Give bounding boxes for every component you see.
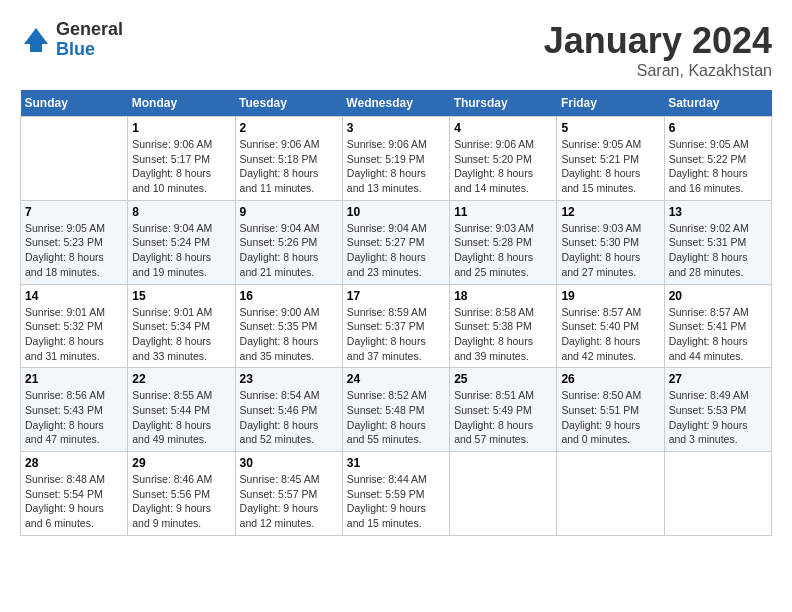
day-number: 2 bbox=[240, 121, 338, 135]
day-info: Sunrise: 9:00 AMSunset: 5:35 PMDaylight:… bbox=[240, 305, 338, 364]
day-number: 29 bbox=[132, 456, 230, 470]
calendar-cell: 28Sunrise: 8:48 AMSunset: 5:54 PMDayligh… bbox=[21, 452, 128, 536]
calendar-cell: 21Sunrise: 8:56 AMSunset: 5:43 PMDayligh… bbox=[21, 368, 128, 452]
logo-general: General bbox=[56, 20, 123, 40]
weekday-header-wednesday: Wednesday bbox=[342, 90, 449, 117]
day-info: Sunrise: 9:05 AMSunset: 5:23 PMDaylight:… bbox=[25, 221, 123, 280]
day-number: 3 bbox=[347, 121, 445, 135]
day-info: Sunrise: 8:49 AMSunset: 5:53 PMDaylight:… bbox=[669, 388, 767, 447]
day-info: Sunrise: 8:55 AMSunset: 5:44 PMDaylight:… bbox=[132, 388, 230, 447]
calendar-cell bbox=[450, 452, 557, 536]
day-info: Sunrise: 9:05 AMSunset: 5:21 PMDaylight:… bbox=[561, 137, 659, 196]
day-info: Sunrise: 9:06 AMSunset: 5:17 PMDaylight:… bbox=[132, 137, 230, 196]
calendar-cell bbox=[557, 452, 664, 536]
day-number: 27 bbox=[669, 372, 767, 386]
logo-text: General Blue bbox=[56, 20, 123, 60]
day-info: Sunrise: 8:57 AMSunset: 5:41 PMDaylight:… bbox=[669, 305, 767, 364]
header: General Blue January 2024 Saran, Kazakhs… bbox=[20, 20, 772, 80]
title-area: January 2024 Saran, Kazakhstan bbox=[544, 20, 772, 80]
day-info: Sunrise: 9:06 AMSunset: 5:19 PMDaylight:… bbox=[347, 137, 445, 196]
day-number: 8 bbox=[132, 205, 230, 219]
day-info: Sunrise: 8:52 AMSunset: 5:48 PMDaylight:… bbox=[347, 388, 445, 447]
day-number: 12 bbox=[561, 205, 659, 219]
day-number: 22 bbox=[132, 372, 230, 386]
week-row-2: 7Sunrise: 9:05 AMSunset: 5:23 PMDaylight… bbox=[21, 200, 772, 284]
day-info: Sunrise: 8:44 AMSunset: 5:59 PMDaylight:… bbox=[347, 472, 445, 531]
calendar-cell: 5Sunrise: 9:05 AMSunset: 5:21 PMDaylight… bbox=[557, 117, 664, 201]
svg-marker-0 bbox=[24, 28, 48, 44]
day-info: Sunrise: 9:04 AMSunset: 5:27 PMDaylight:… bbox=[347, 221, 445, 280]
logo-icon bbox=[20, 24, 52, 56]
weekday-header-saturday: Saturday bbox=[664, 90, 771, 117]
week-row-4: 21Sunrise: 8:56 AMSunset: 5:43 PMDayligh… bbox=[21, 368, 772, 452]
day-number: 14 bbox=[25, 289, 123, 303]
calendar-cell: 7Sunrise: 9:05 AMSunset: 5:23 PMDaylight… bbox=[21, 200, 128, 284]
day-number: 17 bbox=[347, 289, 445, 303]
day-info: Sunrise: 8:58 AMSunset: 5:38 PMDaylight:… bbox=[454, 305, 552, 364]
weekday-header-friday: Friday bbox=[557, 90, 664, 117]
day-info: Sunrise: 9:03 AMSunset: 5:28 PMDaylight:… bbox=[454, 221, 552, 280]
day-number: 13 bbox=[669, 205, 767, 219]
calendar-cell: 18Sunrise: 8:58 AMSunset: 5:38 PMDayligh… bbox=[450, 284, 557, 368]
day-number: 9 bbox=[240, 205, 338, 219]
day-number: 1 bbox=[132, 121, 230, 135]
day-number: 4 bbox=[454, 121, 552, 135]
day-number: 5 bbox=[561, 121, 659, 135]
day-number: 11 bbox=[454, 205, 552, 219]
day-info: Sunrise: 8:56 AMSunset: 5:43 PMDaylight:… bbox=[25, 388, 123, 447]
day-info: Sunrise: 8:54 AMSunset: 5:46 PMDaylight:… bbox=[240, 388, 338, 447]
day-info: Sunrise: 9:05 AMSunset: 5:22 PMDaylight:… bbox=[669, 137, 767, 196]
calendar-cell: 31Sunrise: 8:44 AMSunset: 5:59 PMDayligh… bbox=[342, 452, 449, 536]
day-number: 20 bbox=[669, 289, 767, 303]
calendar-cell: 17Sunrise: 8:59 AMSunset: 5:37 PMDayligh… bbox=[342, 284, 449, 368]
week-row-5: 28Sunrise: 8:48 AMSunset: 5:54 PMDayligh… bbox=[21, 452, 772, 536]
day-info: Sunrise: 9:01 AMSunset: 5:34 PMDaylight:… bbox=[132, 305, 230, 364]
day-info: Sunrise: 9:04 AMSunset: 5:24 PMDaylight:… bbox=[132, 221, 230, 280]
day-info: Sunrise: 9:06 AMSunset: 5:20 PMDaylight:… bbox=[454, 137, 552, 196]
calendar-cell: 30Sunrise: 8:45 AMSunset: 5:57 PMDayligh… bbox=[235, 452, 342, 536]
calendar-cell: 12Sunrise: 9:03 AMSunset: 5:30 PMDayligh… bbox=[557, 200, 664, 284]
calendar-cell: 13Sunrise: 9:02 AMSunset: 5:31 PMDayligh… bbox=[664, 200, 771, 284]
day-info: Sunrise: 9:04 AMSunset: 5:26 PMDaylight:… bbox=[240, 221, 338, 280]
calendar-cell: 10Sunrise: 9:04 AMSunset: 5:27 PMDayligh… bbox=[342, 200, 449, 284]
day-number: 18 bbox=[454, 289, 552, 303]
weekday-header-thursday: Thursday bbox=[450, 90, 557, 117]
day-info: Sunrise: 9:01 AMSunset: 5:32 PMDaylight:… bbox=[25, 305, 123, 364]
svg-rect-1 bbox=[30, 44, 42, 52]
calendar-cell: 19Sunrise: 8:57 AMSunset: 5:40 PMDayligh… bbox=[557, 284, 664, 368]
calendar-cell: 9Sunrise: 9:04 AMSunset: 5:26 PMDaylight… bbox=[235, 200, 342, 284]
day-number: 25 bbox=[454, 372, 552, 386]
weekday-header-tuesday: Tuesday bbox=[235, 90, 342, 117]
calendar-cell: 24Sunrise: 8:52 AMSunset: 5:48 PMDayligh… bbox=[342, 368, 449, 452]
day-info: Sunrise: 8:59 AMSunset: 5:37 PMDaylight:… bbox=[347, 305, 445, 364]
day-number: 24 bbox=[347, 372, 445, 386]
calendar-cell: 1Sunrise: 9:06 AMSunset: 5:17 PMDaylight… bbox=[128, 117, 235, 201]
calendar-cell: 14Sunrise: 9:01 AMSunset: 5:32 PMDayligh… bbox=[21, 284, 128, 368]
calendar-cell: 8Sunrise: 9:04 AMSunset: 5:24 PMDaylight… bbox=[128, 200, 235, 284]
weekday-header-monday: Monday bbox=[128, 90, 235, 117]
day-number: 16 bbox=[240, 289, 338, 303]
day-number: 26 bbox=[561, 372, 659, 386]
weekday-header-row: SundayMondayTuesdayWednesdayThursdayFrid… bbox=[21, 90, 772, 117]
day-number: 30 bbox=[240, 456, 338, 470]
day-info: Sunrise: 8:50 AMSunset: 5:51 PMDaylight:… bbox=[561, 388, 659, 447]
day-info: Sunrise: 8:51 AMSunset: 5:49 PMDaylight:… bbox=[454, 388, 552, 447]
month-title: January 2024 bbox=[544, 20, 772, 62]
calendar-cell: 27Sunrise: 8:49 AMSunset: 5:53 PMDayligh… bbox=[664, 368, 771, 452]
day-info: Sunrise: 9:03 AMSunset: 5:30 PMDaylight:… bbox=[561, 221, 659, 280]
calendar-cell: 6Sunrise: 9:05 AMSunset: 5:22 PMDaylight… bbox=[664, 117, 771, 201]
day-number: 7 bbox=[25, 205, 123, 219]
calendar-cell: 11Sunrise: 9:03 AMSunset: 5:28 PMDayligh… bbox=[450, 200, 557, 284]
calendar-cell: 3Sunrise: 9:06 AMSunset: 5:19 PMDaylight… bbox=[342, 117, 449, 201]
weekday-header-sunday: Sunday bbox=[21, 90, 128, 117]
calendar-cell bbox=[664, 452, 771, 536]
day-info: Sunrise: 8:57 AMSunset: 5:40 PMDaylight:… bbox=[561, 305, 659, 364]
calendar-cell: 25Sunrise: 8:51 AMSunset: 5:49 PMDayligh… bbox=[450, 368, 557, 452]
week-row-1: 1Sunrise: 9:06 AMSunset: 5:17 PMDaylight… bbox=[21, 117, 772, 201]
day-number: 19 bbox=[561, 289, 659, 303]
day-number: 6 bbox=[669, 121, 767, 135]
day-number: 31 bbox=[347, 456, 445, 470]
calendar-cell: 2Sunrise: 9:06 AMSunset: 5:18 PMDaylight… bbox=[235, 117, 342, 201]
day-number: 28 bbox=[25, 456, 123, 470]
day-number: 21 bbox=[25, 372, 123, 386]
